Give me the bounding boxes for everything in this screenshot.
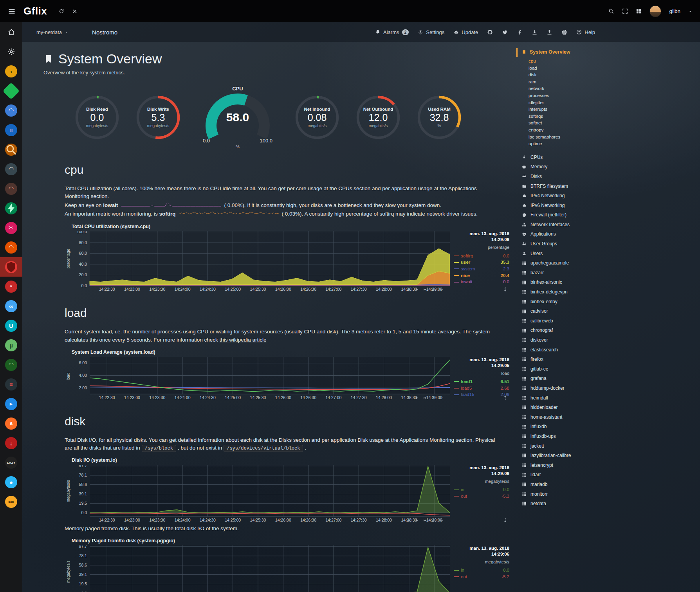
avatar[interactable]	[649, 5, 661, 17]
pan-right-icon[interactable]	[423, 288, 427, 292]
zoom-out-icon[interactable]	[440, 288, 444, 292]
nav-section-item[interactable]: calibreweb	[521, 316, 614, 326]
nav-subitem[interactable]: idlejitter	[529, 99, 614, 106]
sidebar-app[interactable]: ◠	[0, 101, 22, 120]
zoom-out-icon[interactable]	[440, 396, 444, 400]
play-icon[interactable]	[415, 288, 419, 292]
chart-resize-handle[interactable]	[503, 287, 508, 292]
nav-section-item[interactable]: lazylibrarian-calibre	[521, 451, 614, 461]
gauge-net-inbound[interactable]: Net Inbound 0.08 megabits/s	[294, 94, 340, 140]
zoom-out-icon[interactable]	[440, 518, 444, 522]
nav-subitem[interactable]: entropy	[529, 127, 614, 134]
twitter-icon[interactable]	[502, 29, 508, 35]
legend-item[interactable]: system2.3	[454, 266, 509, 272]
wikipedia-link[interactable]: this wikipedia article	[219, 337, 266, 343]
gauge-cpu[interactable]: CPU 58.0 0.0 100.0 %	[196, 86, 279, 149]
nav-section-item[interactable]: chronograf	[521, 326, 614, 335]
nav-subitem[interactable]: disk	[529, 72, 614, 79]
nav-section-item[interactable]: elasticsearch	[521, 345, 614, 355]
legend-item[interactable]: load16.51	[454, 378, 509, 385]
nav-section-item[interactable]: netdata	[521, 499, 614, 509]
nav-system-overview[interactable]: System Overview	[516, 48, 614, 57]
sidebar-app[interactable]: ◠	[0, 159, 22, 179]
pan-left-icon[interactable]	[407, 396, 411, 400]
nav-subitem[interactable]: ram	[529, 79, 614, 86]
nav-subitem[interactable]: network	[529, 85, 614, 92]
sidebar-app[interactable]: ›	[0, 61, 22, 81]
sidebar-app[interactable]	[0, 198, 22, 218]
gauge-disk-read[interactable]: Disk Read 0.0 megabytes/s	[74, 94, 120, 140]
nav-section-item[interactable]: binhex-delugevpn	[521, 287, 614, 297]
nav-section-item[interactable]: Memory	[521, 162, 614, 172]
chart-memory-paged[interactable]: Memory Paged from/to disk (system.pgpgio…	[65, 537, 509, 592]
legend-item[interactable]: nice20.4	[454, 272, 509, 279]
nav-section-item[interactable]: Network Interfaces	[521, 220, 614, 230]
chart-disk-io[interactable]: Disk I/O (system.io)megabytes/s14:22:301…	[65, 457, 509, 523]
legend-item[interactable]: load52.68	[454, 385, 509, 392]
sidebar-app[interactable]: |||	[0, 120, 22, 140]
sidebar-app[interactable]: ∞	[0, 296, 22, 316]
close-tab-icon[interactable]	[72, 9, 78, 14]
nav-subitem[interactable]: softirqs	[529, 113, 614, 120]
nav-subitem[interactable]: processes	[529, 92, 614, 99]
nav-section-item[interactable]: home-assistant	[521, 412, 614, 422]
nav-subitem[interactable]: uptime	[529, 140, 614, 148]
nav-section-item[interactable]: User Groups	[521, 239, 614, 249]
username[interactable]: gilbn	[669, 8, 680, 14]
nav-section-item[interactable]: jackett	[521, 441, 614, 451]
nav-section-item[interactable]: mariadb	[521, 480, 614, 489]
sidebar-app[interactable]: ◠	[0, 179, 22, 198]
chart-resize-handle[interactable]	[503, 395, 508, 400]
nav-section-item[interactable]: binhex-airsonic	[521, 277, 614, 287]
nav-section-item[interactable]: influxdb	[521, 422, 614, 432]
sidebar-home[interactable]	[0, 22, 22, 42]
github-icon[interactable]	[487, 29, 493, 35]
legend-item[interactable]: softirq0.0	[454, 253, 509, 259]
legend-item[interactable]: out-5.2	[454, 574, 509, 580]
menu-icon[interactable]	[8, 7, 16, 15]
play-icon[interactable]	[415, 396, 419, 400]
zoom-in-icon[interactable]	[431, 518, 435, 522]
chart-plot[interactable]: 14:22:3014:23:0014:23:3014:24:0014:24:30…	[72, 465, 450, 523]
sidebar-app[interactable]: ∧	[0, 414, 22, 433]
alarms-button[interactable]: Alarms 2	[375, 29, 409, 35]
chart-load[interactable]: System Load Average (system.load)load14:…	[65, 349, 509, 401]
print-icon[interactable]	[561, 29, 567, 35]
nav-subitem[interactable]: softnet	[529, 120, 614, 127]
nav-section-item[interactable]: hiddenloader	[521, 403, 614, 412]
nav-section-item[interactable]: letsencrypt	[521, 461, 614, 470]
sidebar-app[interactable]	[0, 257, 22, 277]
legend-item[interactable]: iowait0.0	[454, 279, 509, 285]
nav-section-item[interactable]: apacheguacamole	[521, 258, 614, 268]
nav-section-item[interactable]: influxdb-ups	[521, 432, 614, 441]
help-button[interactable]: Help	[576, 29, 595, 35]
nav-section-item[interactable]: cadvisor	[521, 306, 614, 316]
sidebar-app[interactable]: ≡	[0, 374, 22, 394]
nav-section-item[interactable]: diskover	[521, 335, 614, 345]
pan-left-icon[interactable]	[407, 518, 411, 522]
update-button[interactable]: Update	[453, 29, 478, 35]
gauge-used-ram[interactable]: Used RAM 32.8 %	[416, 94, 462, 140]
nav-section-item[interactable]: CPUs	[521, 153, 614, 162]
nav-section-item[interactable]: IPv6 Networking	[521, 201, 614, 211]
nav-subitem[interactable]: load	[529, 65, 614, 72]
nav-subitem[interactable]: interrupts	[529, 106, 614, 113]
hostname[interactable]: Nostromo	[92, 29, 117, 36]
sidebar-app[interactable]: ●	[0, 472, 22, 492]
sidebar-app[interactable]	[0, 81, 22, 101]
sidebar-app[interactable]: ✂	[0, 218, 22, 238]
sidebar-app[interactable]: ↓	[0, 433, 22, 453]
gauge-net-outbound[interactable]: Net Outbound 12.0 megabits/s	[355, 94, 401, 140]
nav-section-item[interactable]: IPv4 Networking	[521, 191, 614, 201]
nav-section-item[interactable]: grafana	[521, 374, 614, 383]
nav-section-item[interactable]: heimdall	[521, 393, 614, 403]
server-dropdown[interactable]: my-netdata	[33, 28, 72, 37]
sidebar-app[interactable]: ◠	[0, 238, 22, 257]
chart-plot[interactable]: 14:22:3014:23:0014:23:3014:24:0014:24:30…	[72, 357, 450, 401]
export-snapshot-icon[interactable]	[532, 29, 538, 35]
nav-section-item[interactable]: monitorr	[521, 489, 614, 499]
pan-right-icon[interactable]	[423, 518, 427, 522]
chart-plot[interactable]: 14:22:3014:23:0014:23:3014:24:0014:24:30…	[72, 231, 450, 292]
chart-plot[interactable]: 14:22:3014:23:0014:23:3014:24:0014:24:30…	[72, 545, 450, 592]
apps-grid-icon[interactable]	[636, 8, 642, 14]
